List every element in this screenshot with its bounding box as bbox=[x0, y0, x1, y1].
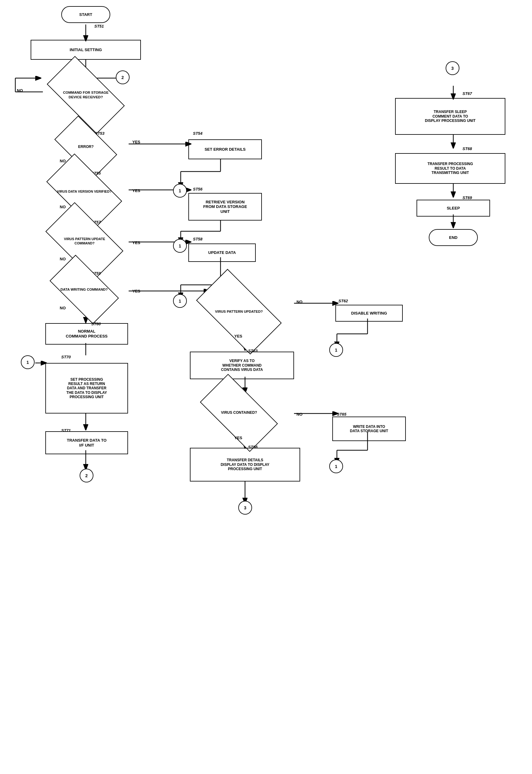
cmd-storage-diamond-wrapper: COMMAND FOR STORAGE DEVICE RECEIVED? bbox=[37, 74, 135, 116]
connector-1-main: 1 bbox=[21, 355, 35, 369]
connector-1-update: 1 bbox=[173, 294, 187, 308]
data-write-no-label: NO bbox=[60, 306, 66, 310]
connector-2-bottom: 2 bbox=[80, 469, 93, 482]
transfer-data-if-shape: TRANSFER DATA TO I/F UNIT bbox=[45, 431, 128, 454]
virus-ver-label: VIRUS DATA VERSION VERIFIED? bbox=[57, 190, 111, 193]
flowchart: START ST51 INITIAL SETTING 2 ST52 COMMAN… bbox=[0, 0, 532, 774]
virus-updated-diamond-wrapper: VIRUS PATTERN UPDATED? bbox=[187, 288, 291, 335]
virus-update-label: VIRUS PATTERN UPDATE COMMAND? bbox=[64, 237, 105, 245]
st58-label: ST58 bbox=[193, 237, 202, 241]
set-processing-label: SET PROCESSING RESULT AS RETURN DATA AND… bbox=[66, 377, 107, 399]
initial-setting-label: INITIAL SETTING bbox=[70, 47, 102, 52]
st54-label: ST54 bbox=[193, 131, 202, 136]
update-data-shape: UPDATE DATA bbox=[188, 244, 256, 262]
set-error-shape: SET ERROR DETAILS bbox=[188, 139, 262, 159]
virus-ver-yes-label: YES bbox=[132, 188, 140, 193]
connector-1-write: 1 bbox=[329, 459, 343, 473]
virus-contained-no-label: NO bbox=[296, 412, 303, 417]
connector-1-retrieve: 1 bbox=[173, 239, 187, 253]
error-label: ERROR? bbox=[78, 145, 94, 149]
connector-3-bottom: 3 bbox=[238, 501, 252, 515]
start-shape: START bbox=[61, 6, 110, 23]
retrieve-ver-shape: RETRIEVE VERSION FROM DATA STORAGE UNIT bbox=[188, 193, 262, 221]
st51-label: ST51 bbox=[94, 24, 104, 28]
virus-contained-diamond-wrapper: VIRUS CONTAINED? bbox=[190, 391, 288, 434]
virus-update-yes-label: YES bbox=[132, 240, 140, 245]
data-write-diamond-wrapper: DATA WRITING COMMAND? bbox=[40, 270, 129, 309]
transfer-result-label: TRANSFER PROCESSING RESULT TO DATA TRANS… bbox=[428, 162, 473, 175]
data-write-yes-label: YES bbox=[132, 289, 140, 293]
cmd-no-label: NO bbox=[17, 88, 23, 93]
error-yes-label: YES bbox=[132, 140, 140, 144]
transfer-details-label: TRANSFER DETAILS DISPLAY DATA TO DISPLAY… bbox=[221, 458, 269, 471]
error-no-label: NO bbox=[60, 159, 66, 163]
transfer-details-shape: TRANSFER DETAILS DISPLAY DATA TO DISPLAY… bbox=[190, 448, 300, 481]
st67-label: ST67 bbox=[462, 91, 472, 96]
cmd-storage-label: COMMAND FOR STORAGE DEVICE RECEIVED? bbox=[63, 91, 109, 99]
disable-writing-label: DISABLE WRITING bbox=[351, 311, 387, 316]
virus-ver-diamond-wrapper: VIRUS DATA VERSION VERIFIED? bbox=[37, 170, 132, 213]
error-diamond-wrapper: ERROR? bbox=[46, 129, 126, 165]
write-data-label: WRITE DATA INTO DATA STORAGE UNIT bbox=[350, 425, 388, 433]
virus-ver-no-label: NO bbox=[60, 205, 66, 209]
transfer-data-if-label: TRANSFER DATA TO I/F UNIT bbox=[67, 438, 107, 447]
disable-writing-shape: DISABLE WRITING bbox=[335, 305, 403, 322]
connector-1-disable: 1 bbox=[329, 343, 343, 357]
normal-cmd-shape: NORMAL COMMAND PROCESS bbox=[45, 323, 128, 345]
verify-cmd-shape: VERIFY AS TO WHETHER COMMAND CONTAINS VI… bbox=[190, 352, 294, 379]
set-error-label: SET ERROR DETAILS bbox=[205, 147, 246, 152]
virus-updated-no-label: NO bbox=[296, 300, 303, 304]
connector-1-error: 1 bbox=[173, 184, 187, 198]
virus-update-diamond-wrapper: VIRUS PATTERN UPDATE COMMAND? bbox=[37, 219, 132, 263]
st68-label: ST68 bbox=[462, 146, 472, 151]
virus-contained-yes-label: YES bbox=[234, 436, 242, 440]
verify-cmd-label: VERIFY AS TO WHETHER COMMAND CONTAINS VI… bbox=[221, 359, 263, 372]
update-data-label: UPDATE DATA bbox=[208, 250, 236, 255]
transfer-sleep-label: TRANSFER SLEEP COMMENT DATA TO DISPLAY P… bbox=[425, 110, 475, 123]
virus-updated-yes-label: YES bbox=[234, 334, 242, 338]
start-label: START bbox=[79, 12, 92, 17]
sleep-shape: SLEEP bbox=[417, 200, 490, 217]
data-write-label: DATA WRITING COMMAND? bbox=[61, 288, 108, 291]
end-label: END bbox=[449, 235, 457, 240]
initial-setting-shape: INITIAL SETTING bbox=[31, 40, 141, 60]
st69-label: ST69 bbox=[462, 195, 472, 200]
end-shape: END bbox=[429, 229, 478, 246]
retrieve-ver-label: RETRIEVE VERSION FROM DATA STORAGE UNIT bbox=[203, 200, 247, 214]
connector-3-top: 3 bbox=[446, 61, 459, 75]
virus-contained-label: VIRUS CONTAINED? bbox=[221, 410, 257, 415]
st56-label: ST56 bbox=[193, 187, 202, 191]
normal-cmd-label: NORMAL COMMAND PROCESS bbox=[66, 329, 108, 338]
transfer-sleep-shape: TRANSFER SLEEP COMMENT DATA TO DISPLAY P… bbox=[395, 98, 505, 135]
transfer-result-shape: TRANSFER PROCESSING RESULT TO DATA TRANS… bbox=[395, 153, 505, 184]
st62-label: ST62 bbox=[338, 299, 348, 303]
sleep-label: SLEEP bbox=[447, 206, 460, 211]
set-processing-shape: SET PROCESSING RESULT AS RETURN DATA AND… bbox=[45, 363, 128, 413]
st65-label: ST65 bbox=[337, 412, 346, 417]
st70-label: ST70 bbox=[61, 355, 71, 359]
virus-update-no-label: NO bbox=[60, 257, 66, 261]
virus-updated-label: VIRUS PATTERN UPDATED? bbox=[215, 310, 263, 313]
write-data-shape: WRITE DATA INTO DATA STORAGE UNIT bbox=[332, 417, 406, 441]
